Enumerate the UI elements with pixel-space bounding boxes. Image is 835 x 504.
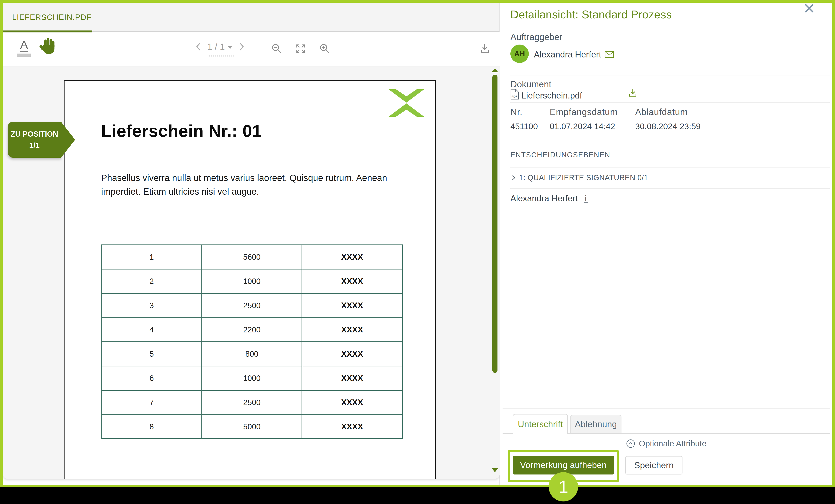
avatar-initials: AH bbox=[514, 50, 525, 58]
avatar: AH bbox=[510, 45, 529, 63]
table-cell: XXXX bbox=[302, 366, 402, 390]
table-cell: 6 bbox=[101, 366, 202, 390]
next-page-button[interactable] bbox=[239, 42, 244, 51]
table-cell: 2 bbox=[101, 269, 202, 293]
hand-icon bbox=[40, 37, 58, 56]
table-cell: XXXX bbox=[302, 318, 402, 342]
table-cell: 5 bbox=[101, 342, 202, 366]
table-cell: 1 bbox=[101, 245, 202, 269]
table-row: 5 800 XXXX bbox=[101, 342, 402, 366]
table-cell: 3 bbox=[101, 293, 202, 318]
app-window: LIEFERSCHEIN.PDF A bbox=[3, 3, 832, 485]
tab-unterschrift[interactable]: Unterschrift bbox=[513, 414, 568, 434]
page-navigation: 1 / 1 bbox=[196, 41, 244, 52]
document-title: Lieferschein Nr.: 01 bbox=[101, 121, 262, 141]
document-viewer-pane: LIEFERSCHEIN.PDF A bbox=[3, 3, 500, 485]
table-row: 6 1000 XXXX bbox=[101, 366, 402, 390]
divider bbox=[503, 408, 830, 409]
primary-button-label: Vormerkung aufheben bbox=[520, 460, 607, 470]
meta-value-ablaufdatum: 30.08.2024 23:59 bbox=[635, 122, 701, 131]
divider bbox=[510, 28, 830, 28]
table-cell: 5600 bbox=[202, 245, 302, 269]
table-cell: XXXX bbox=[302, 293, 402, 318]
table-row: 7 2500 XXXX bbox=[101, 390, 402, 415]
signature-level-label: 1: QUALIFIZIERTE SIGNATUREN 0/1 bbox=[519, 173, 648, 182]
meta-header-nr: Nr. bbox=[510, 107, 523, 117]
tab-ablehnung[interactable]: Ablehnung bbox=[570, 415, 622, 433]
auftraggeber-name: Alexandra Herfert bbox=[534, 50, 601, 59]
assignee-row: Alexandra Herfert i bbox=[510, 193, 588, 203]
scroll-down-arrow[interactable] bbox=[492, 468, 498, 472]
pdf-file-icon: PDF bbox=[510, 89, 519, 100]
document-table: 1 5600 XXXX 2 1000 XXXX bbox=[101, 245, 403, 439]
jump-to-position-badge[interactable]: ZU POSITION 1/1 bbox=[8, 122, 61, 158]
panel-title: Detailansicht: Standard Prozess bbox=[510, 8, 672, 21]
lime-frame: LIEFERSCHEIN.PDF A bbox=[0, 0, 835, 487]
svg-text:PDF: PDF bbox=[511, 95, 517, 98]
fullscreen-button[interactable] bbox=[295, 43, 306, 54]
caret-down-icon bbox=[228, 46, 233, 49]
pdf-canvas-area[interactable]: Lieferschein Nr.: 01 Phasellus viverra n… bbox=[3, 66, 500, 479]
auftraggeber-person-row: Alexandra Herfert bbox=[534, 50, 614, 59]
tab-ablehnung-label: Ablehnung bbox=[575, 419, 617, 429]
tab-lieferschein-pdf[interactable]: LIEFERSCHEIN.PDF bbox=[3, 3, 91, 31]
pan-tool-button[interactable] bbox=[40, 37, 58, 56]
table-cell: XXXX bbox=[302, 245, 402, 269]
table-cell: XXXX bbox=[302, 415, 402, 439]
company-logo bbox=[388, 89, 425, 117]
speichern-button[interactable]: Speichern bbox=[625, 456, 683, 475]
page-indicator-dropdown[interactable]: 1 / 1 bbox=[207, 41, 233, 52]
signature-level-expander[interactable]: 1: QUALIFIZIERTE SIGNATUREN 0/1 bbox=[510, 173, 648, 182]
document-paragraph: Phasellus viverra nulla ut metus varius … bbox=[101, 171, 416, 198]
table-cell: 1000 bbox=[202, 366, 302, 390]
download-document-button[interactable] bbox=[479, 43, 490, 54]
divider bbox=[510, 102, 830, 103]
screenshot-root: LIEFERSCHEIN.PDF A bbox=[0, 0, 835, 504]
secondary-button-label: Speichern bbox=[634, 460, 674, 470]
table-cell: 8 bbox=[101, 415, 202, 439]
chevron-right-icon bbox=[510, 174, 516, 181]
document-filename-link[interactable]: Lieferschein.pdf bbox=[521, 91, 582, 101]
tab-unterschrift-label: Unterschrift bbox=[518, 419, 563, 429]
assignee-name: Alexandra Herfert bbox=[510, 193, 578, 203]
active-tab-underline bbox=[3, 30, 92, 33]
optional-attributes-toggle[interactable]: Optionale Attribute bbox=[500, 439, 832, 448]
table-row: 1 5600 XXXX bbox=[101, 245, 402, 269]
previous-page-button[interactable] bbox=[196, 42, 201, 51]
vormerkung-aufheben-button[interactable]: Vormerkung aufheben bbox=[513, 456, 614, 475]
table-row: 8 5000 XXXX bbox=[101, 415, 402, 439]
divider bbox=[510, 167, 830, 168]
table-cell: XXXX bbox=[302, 342, 402, 366]
scrollbar-thumb[interactable] bbox=[492, 75, 497, 373]
text-annotation-tool-button[interactable]: A bbox=[16, 38, 33, 57]
page-indicator-dotted-underline bbox=[209, 56, 234, 57]
circle-chevron-up-icon bbox=[626, 439, 635, 448]
download-file-icon[interactable] bbox=[628, 87, 638, 98]
tab-label: LIEFERSCHEIN.PDF bbox=[12, 13, 91, 22]
badge-line2: 1/1 bbox=[29, 140, 40, 151]
table-row: 3 2500 XXXX bbox=[101, 293, 402, 318]
meta-value-nr: 451100 bbox=[510, 122, 538, 131]
viewer-tab-bar: LIEFERSCHEIN.PDF bbox=[3, 3, 500, 31]
page-indicator: 1 / 1 bbox=[207, 41, 225, 52]
viewer-toolbar: A bbox=[3, 31, 500, 66]
table-cell: XXXX bbox=[302, 269, 402, 293]
zoom-in-button[interactable] bbox=[319, 43, 330, 54]
table-cell: 2500 bbox=[202, 390, 302, 415]
table-cell: 7 bbox=[101, 390, 202, 415]
divider bbox=[510, 188, 830, 189]
table-cell: 4 bbox=[101, 318, 202, 342]
table-row: 4 2200 XXXX bbox=[101, 318, 402, 342]
scroll-up-arrow[interactable] bbox=[492, 68, 498, 72]
email-icon[interactable] bbox=[605, 51, 614, 58]
meta-header-empfangsdatum: Empfangsdatum bbox=[550, 107, 618, 117]
table-row: 2 1000 XXXX bbox=[101, 269, 402, 293]
text-tool-icon: A bbox=[20, 38, 28, 52]
close-icon[interactable] bbox=[804, 3, 814, 13]
info-icon[interactable]: i bbox=[584, 194, 588, 203]
pdf-page: Lieferschein Nr.: 01 Phasellus viverra n… bbox=[64, 80, 436, 479]
zoom-out-button[interactable] bbox=[271, 43, 282, 54]
text-tool-highlight-bar bbox=[17, 54, 31, 57]
entscheidungsebenen-label: ENTSCHEIDUNGSEBENEN bbox=[510, 151, 610, 159]
auftraggeber-label: Auftraggeber bbox=[510, 31, 563, 42]
